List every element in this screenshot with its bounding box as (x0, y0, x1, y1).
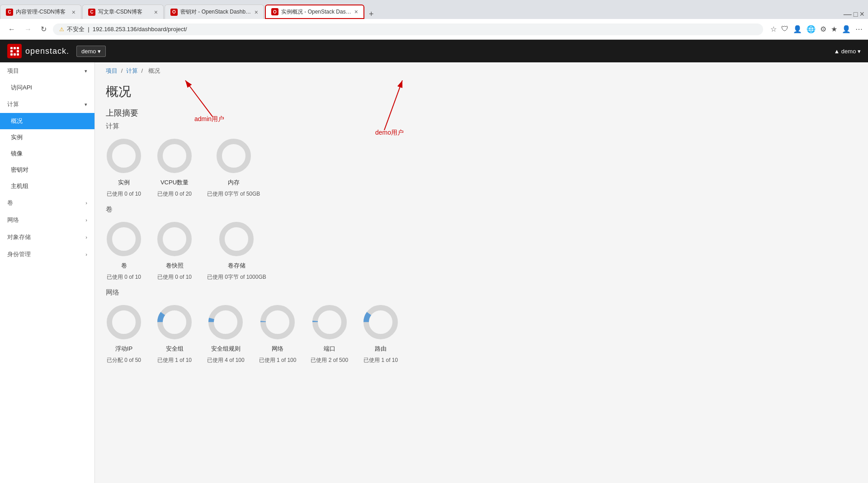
settings-icon[interactable]: ⚙ (820, 25, 826, 33)
tab-2-favicon: C (88, 9, 95, 16)
top-nav: openstack. demo ▾ ▲ demo ▾ (0, 40, 868, 62)
person-icon[interactable]: 👤 (793, 25, 802, 33)
security-group-chart-label: 安全组 (166, 345, 184, 353)
tab-3-favicon: O (170, 9, 178, 16)
sidebar-item-images[interactable]: 镜像 (0, 145, 94, 162)
profile-icon[interactable]: 👤 (842, 25, 851, 33)
sidebar-compute-label: 计算 (7, 100, 19, 108)
url-bar[interactable]: ⚠ 不安全 | 192.168.253.136/dashboard/projec… (53, 23, 763, 35)
compute-charts-row: 实例 已使用 0 of 10 VCPU数量 已使用 0 of 20 (106, 138, 857, 198)
sidebar-item-api[interactable]: 访问API (0, 80, 94, 96)
back-button[interactable]: ← (5, 24, 18, 34)
close-button[interactable]: × (859, 9, 864, 19)
sidebar-item-hostgroups[interactable]: 主机组 (0, 178, 94, 194)
security-group-rules-donut-chart (208, 304, 244, 340)
sidebar-network-section[interactable]: 网络 › (0, 211, 94, 229)
chart-security-group-rules: 安全组规则 已使用 4 of 100 (207, 304, 245, 364)
volume-storage-donut-chart (218, 221, 255, 257)
sidebar-item-overview[interactable]: 概况 (0, 113, 94, 129)
forward-button[interactable]: → (22, 24, 34, 34)
svg-rect-2 (17, 47, 19, 49)
menu-icon[interactable]: ⋯ (855, 25, 863, 33)
sidebar-item-instances[interactable]: 实例 (0, 129, 94, 145)
maximize-button[interactable]: □ (854, 10, 858, 19)
tab-1-title: 内容管理-CSDN博客 (16, 8, 69, 16)
url-address: 192.168.253.136/dashboard/project/ (93, 26, 187, 33)
instances-chart-sublabel: 已使用 0 of 10 (107, 190, 141, 198)
sidebar-identity-section[interactable]: 身份管理 › (0, 246, 94, 263)
address-bar: ← → ↻ ⚠ 不安全 | 192.168.253.136/dashboard/… (0, 19, 868, 40)
breadcrumb-compute[interactable]: 计算 (126, 67, 138, 74)
tab-2-close[interactable]: × (154, 9, 158, 16)
svg-point-22 (211, 308, 240, 337)
floating-ip-donut-chart (106, 304, 142, 340)
sidebar: 项目 ▾ 访问API 计算 ▾ 概况 实例 镜像 密钥对 主 (0, 62, 95, 483)
minimize-button[interactable]: — (844, 9, 852, 19)
sidebar-object-storage-section[interactable]: 对象存储 › (0, 229, 94, 246)
top-nav-left: openstack. demo ▾ (7, 44, 106, 58)
url-text: 不安全 | 192.168.253.136/dashboard/project/ (67, 25, 757, 33)
security-group-donut-chart (156, 304, 193, 340)
tab-1[interactable]: C 内容管理-CSDN博客 × (0, 5, 81, 19)
identity-chevron-icon: › (85, 252, 87, 257)
instances-chart-label: 实例 (118, 178, 130, 187)
collection-icon[interactable]: ★ (831, 25, 837, 33)
tab-3-close[interactable]: × (255, 9, 258, 16)
sidebar-volumes-section[interactable]: 卷 › (0, 194, 94, 211)
svg-point-26 (315, 308, 344, 337)
sidebar-overview-label: 概况 (11, 117, 23, 125)
svg-point-28 (366, 308, 395, 337)
memory-chart-sublabel: 已使用 0字节 of 50GB (207, 190, 260, 198)
chart-floating-ip: 浮动IP 已分配 0 of 50 (106, 304, 142, 364)
sidebar-item-keypairs[interactable]: 密钥对 (0, 162, 94, 178)
svg-point-20 (160, 308, 189, 337)
breadcrumb-project[interactable]: 项目 (106, 67, 118, 74)
new-tab-button[interactable]: + (365, 9, 377, 19)
volumes-subsection-title: 卷 (106, 205, 857, 214)
sidebar-instances-label: 实例 (11, 133, 23, 141)
chart-router: 路由 已使用 1 of 10 (363, 304, 399, 364)
browser-toolbar-icons: ☆ 🛡 👤 🌐 ⚙ ★ 👤 ⋯ (770, 25, 863, 33)
browser-chrome: C 内容管理-CSDN博客 × C 写文章-CSDN博客 × O 密钥对 - O… (0, 0, 868, 40)
tab-1-close[interactable]: × (72, 9, 75, 16)
sidebar-volumes-label: 卷 (7, 199, 13, 207)
security-group-rules-chart-label: 安全组规则 (211, 345, 241, 353)
content-wrapper: admin用户 demo用户 项目 / 计算 / 概况 概况 上限摘要 (95, 62, 868, 377)
tab-4[interactable]: O 实例概况 - OpenStack Dashboar... × (265, 5, 364, 19)
svg-point-24 (263, 308, 292, 337)
tab-2[interactable]: C 写文章-CSDN博客 × (82, 5, 164, 19)
svg-rect-7 (17, 53, 19, 56)
svg-rect-4 (17, 50, 19, 52)
breadcrumb-sep2: / (141, 67, 144, 74)
tab-3[interactable]: O 密钥对 - OpenStack Dashboard × (165, 5, 264, 19)
refresh-button[interactable]: ↻ (38, 24, 49, 34)
tab-4-close[interactable]: × (354, 8, 358, 15)
sidebar-keypairs-label: 密钥对 (11, 166, 28, 174)
quota-summary-section: 上限摘要 计算 实例 已使用 0 of 10 (95, 108, 868, 377)
volumes-donut-chart (106, 221, 142, 257)
chart-volumes: 卷 已使用 0 of 10 (106, 221, 142, 281)
main-content: admin用户 demo用户 项目 / 计算 / 概况 概况 上限摘要 (95, 62, 868, 483)
user-menu[interactable]: ▲ demo ▾ (834, 48, 861, 55)
openstack-logo-icon (7, 44, 22, 58)
breadcrumb-sep1: / (121, 67, 124, 74)
shield-icon[interactable]: 🛡 (781, 25, 788, 33)
network-donut-chart (259, 304, 296, 340)
svg-point-18 (222, 225, 251, 253)
vcpu-chart-sublabel: 已使用 0 of 20 (157, 190, 192, 198)
page-title: 概况 (95, 80, 868, 108)
section-title: 上限摘要 (106, 108, 857, 118)
url-security-label: 不安全 (67, 26, 85, 33)
globe-icon[interactable]: 🌐 (807, 25, 816, 33)
tab-4-favicon: O (271, 8, 278, 15)
chart-memory: 内存 已使用 0字节 of 50GB (207, 138, 260, 198)
sidebar-compute-section[interactable]: 计算 ▾ (0, 96, 94, 113)
router-chart-label: 路由 (375, 345, 387, 353)
svg-rect-5 (10, 53, 13, 56)
bookmark-star-icon[interactable]: ☆ (770, 25, 777, 33)
volume-storage-chart-sublabel: 已使用 0字节 of 1000GB (207, 273, 266, 281)
sidebar-project-section[interactable]: 项目 ▾ (0, 62, 94, 80)
volumes-chart-label: 卷 (121, 262, 127, 270)
svg-rect-0 (10, 47, 13, 49)
project-selector[interactable]: demo ▾ (76, 46, 106, 57)
